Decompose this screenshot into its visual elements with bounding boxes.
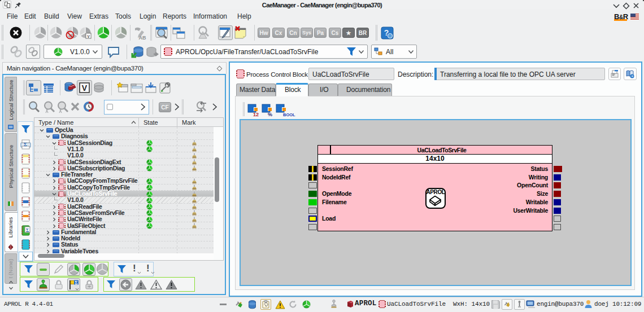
- svg-text:V: V: [82, 84, 88, 93]
- svg-text:AB: AB: [139, 35, 146, 41]
- svg-text:Σ: Σ: [26, 228, 29, 233]
- svg-text:%: %: [268, 112, 272, 117]
- svg-text:Σ: Σ: [75, 280, 77, 285]
- svg-text:12: 12: [253, 112, 259, 117]
- svg-text:BOOL: BOOL: [283, 112, 295, 117]
- svg-text:Σ: Σ: [24, 142, 27, 147]
